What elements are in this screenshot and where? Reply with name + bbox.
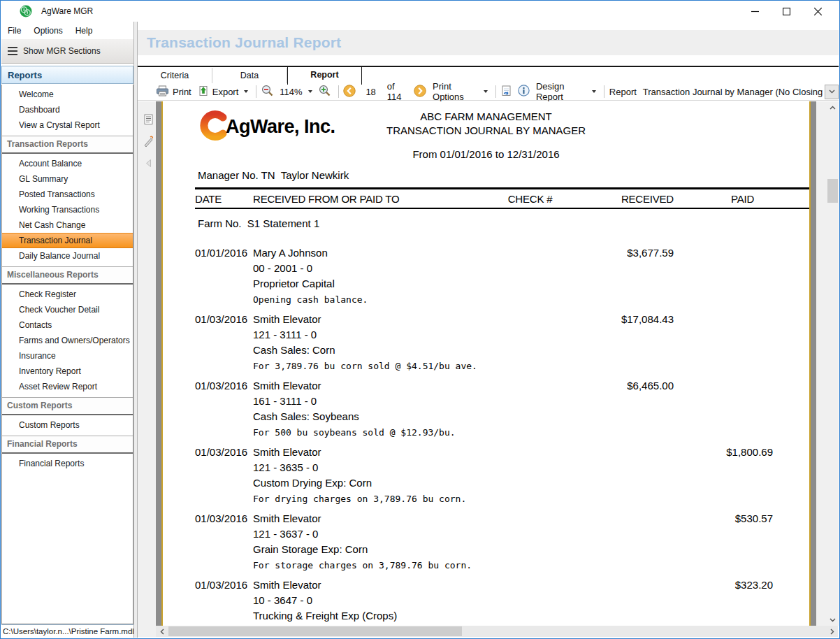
print-options-button[interactable]: Print Options <box>433 81 488 102</box>
sidebar-item[interactable]: Financial Reports <box>2 456 133 471</box>
vertical-scrollbar[interactable] <box>827 101 839 626</box>
report-viewer: AgWare, Inc. ABC FARM MANAGEMENT TRANSAC… <box>138 101 839 626</box>
print-options-caret-icon <box>484 90 488 93</box>
sidebar-item[interactable]: Inventory Report <box>2 364 133 379</box>
menu-file[interactable]: File <box>8 26 21 36</box>
sidebar-item[interactable]: Asset Review Report <box>2 379 133 394</box>
zoom-in-button[interactable] <box>319 85 331 99</box>
page-count-label: of 114 <box>387 81 409 102</box>
report-selector-dropdown-button[interactable] <box>825 85 839 99</box>
sidebar-item[interactable]: GL Summary <box>2 171 133 187</box>
pen-icon[interactable] <box>143 136 154 150</box>
info-icon <box>518 85 530 99</box>
show-mgr-sections-button[interactable]: Show MGR Sections <box>1 39 133 64</box>
vertical-scroll-thumb[interactable] <box>827 179 838 203</box>
current-page-input[interactable]: 18 <box>365 87 375 97</box>
sidebar-item[interactable]: Account Balance <box>2 156 133 171</box>
show-mgr-sections-label: Show MGR Sections <box>23 46 101 56</box>
page-edge-left <box>156 101 161 626</box>
entry-date: 01/03/2016 <box>195 313 253 329</box>
maximize-button[interactable] <box>771 1 802 22</box>
next-page-button[interactable] <box>414 85 426 99</box>
entry-check <box>490 579 570 594</box>
agware-logo: AgWare, Inc. <box>195 108 335 145</box>
entry-account-name: Custom Drying Exp: Corn <box>253 477 809 492</box>
horizontal-scrollbar[interactable] <box>156 626 838 637</box>
next-page-icon <box>414 85 426 99</box>
column-paid: PAID <box>674 193 809 205</box>
sidebar-item[interactable]: Contacts <box>2 317 133 333</box>
transaction-entry: 01/03/2016 Smith Elevator $1,800.69 121 … <box>195 446 809 508</box>
zoom-in-icon <box>319 85 331 99</box>
design-report-button[interactable]: Design Report <box>536 81 596 102</box>
scroll-right-icon[interactable] <box>826 626 838 637</box>
horizontal-scroll-thumb[interactable] <box>168 626 462 636</box>
sidebar-item[interactable]: Daily Balance Journal <box>2 248 133 264</box>
sidebar-item[interactable]: Working Transactions <box>2 202 133 217</box>
sidebar-item[interactable]: Posted Transactions <box>2 187 133 202</box>
print-button[interactable]: Print <box>156 85 191 99</box>
export-icon <box>198 85 209 99</box>
sidebar-item[interactable]: Farms and Owners/Operators <box>2 333 133 348</box>
sidebar-item[interactable]: View a Crystal Report <box>2 117 133 133</box>
zoom-out-button[interactable] <box>261 85 273 99</box>
report-toolbar: Print Export <box>138 83 839 101</box>
zoom-caret-icon <box>308 90 312 93</box>
column-received: RECEIVED <box>570 193 674 205</box>
entry-received-amount: $3,677.59 <box>570 247 674 262</box>
sidebar-item[interactable]: Welcome <box>2 87 133 102</box>
page-edge-right <box>811 101 816 626</box>
entry-memo: Opening cash balance. <box>253 293 809 308</box>
previous-page-button[interactable] <box>343 85 356 99</box>
minimize-button[interactable] <box>739 1 771 22</box>
export-button[interactable]: Export <box>198 85 249 99</box>
zoom-level-dropdown[interactable]: 114% <box>280 87 312 97</box>
sidebar: Show MGR Sections Reports WelcomeDashboa… <box>1 39 133 638</box>
agware-logo-text: AgWare, Inc. <box>226 116 335 138</box>
report-date-range: From 01/01/2016 to 12/31/2016 <box>163 148 809 160</box>
entry-account-name: Cash Sales: Soybeans <box>253 410 809 426</box>
entry-paid-amount: $530.57 <box>674 512 809 528</box>
tab-report[interactable]: Report <box>287 66 362 85</box>
tab-data[interactable]: Data <box>212 68 287 83</box>
entry-check <box>490 247 570 262</box>
report-page: AgWare, Inc. ABC FARM MANAGEMENT TRANSAC… <box>156 101 816 626</box>
entry-paid-amount: $323.20 <box>674 579 809 594</box>
close-button[interactable] <box>802 1 834 22</box>
entry-memo: For 500 bu soybeans sold @ $12.93/bu. <box>253 426 809 441</box>
report-selector-label: Report <box>609 87 637 97</box>
sidebar-item[interactable]: Net Cash Change <box>2 217 133 233</box>
sidebar-item[interactable]: Check Voucher Detail <box>2 302 133 317</box>
sidebar-item[interactable]: Dashboard <box>2 102 133 117</box>
tab-criteria[interactable]: Criteria <box>138 68 212 83</box>
column-header-row: DATE RECEIVED FROM OR PAID TO CHECK # RE… <box>195 187 809 209</box>
report-selector-value[interactable]: Transaction Journal by Manager (No Closi… <box>643 87 823 97</box>
transaction-entries: 01/01/2016 Mary A Johnson $3,677.59 00 -… <box>195 247 809 626</box>
scroll-left-icon[interactable] <box>156 626 168 637</box>
app-window: AgWare MGR FileOptionsHelp Show MGR Sect… <box>0 0 840 639</box>
menu-options[interactable]: Options <box>34 26 62 36</box>
document-map-icon[interactable] <box>143 114 154 128</box>
collapse-panel-icon[interactable] <box>144 158 153 171</box>
entry-account-name: Trucking & Freight Exp (Crops) <box>253 610 809 625</box>
farm-line: Farm No. S1 Statement 1 <box>163 217 809 229</box>
section-header: Financial Reports <box>2 436 133 452</box>
sidebar-item[interactable]: Custom Reports <box>2 417 133 433</box>
scroll-down-icon[interactable] <box>827 614 839 626</box>
entry-received-amount <box>570 512 674 528</box>
menu-help[interactable]: Help <box>75 26 93 36</box>
transaction-entry: 01/03/2016 Smith Elevator $530.57 121 - … <box>195 512 809 574</box>
previous-page-icon <box>343 85 356 99</box>
sidebar-item[interactable]: Transaction Journal <box>2 233 133 248</box>
scroll-up-icon[interactable] <box>827 101 839 113</box>
entry-account-name: Cash Sales: Corn <box>253 344 809 359</box>
entry-payee: Smith Elevator <box>253 380 490 395</box>
tab-bar: CriteriaDataReport <box>138 66 839 83</box>
entry-account-code: 121 - 3637 - 0 <box>253 528 809 543</box>
transaction-entry: 01/03/2016 Smith Elevator $17,084.43 121… <box>195 313 809 375</box>
info-button[interactable] <box>518 85 530 99</box>
page-setup-button[interactable] <box>501 85 512 99</box>
sidebar-item[interactable]: Check Register <box>2 287 133 302</box>
entry-check <box>490 512 570 528</box>
sidebar-item[interactable]: Insurance <box>2 348 133 364</box>
